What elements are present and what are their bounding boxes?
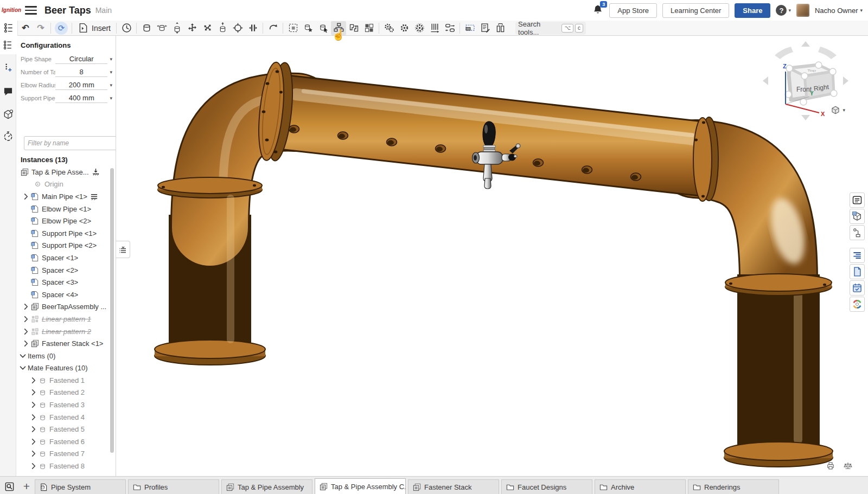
select-parts-button[interactable] <box>285 21 301 35</box>
tree-item-fastened-8[interactable]: Fastened 8 <box>16 460 116 472</box>
fastened-mate-button[interactable] <box>139 21 154 35</box>
tree-section-mate-features[interactable]: Mate Features (10) <box>16 362 116 375</box>
add-tab-button[interactable]: + <box>18 479 35 494</box>
chevron-right-icon[interactable] <box>31 463 36 469</box>
transfer-button[interactable] <box>346 21 361 35</box>
tab-profiles[interactable]: Profiles <box>128 479 219 494</box>
instance-tree-tab[interactable] <box>0 21 18 36</box>
tab-faucet-designs[interactable]: Faucet Designs <box>501 479 592 494</box>
tree-item-linear-pattern-2[interactable]: Linear pattern 2 <box>16 325 116 338</box>
replicate-button[interactable] <box>442 21 457 35</box>
tab-tap-pipe-assembly-c[interactable]: Tap & Pipe Assembly C... <box>315 478 406 494</box>
tree-item-origin[interactable]: Origin <box>16 178 116 191</box>
chevron-down-icon[interactable]: ▾ <box>110 69 112 75</box>
edit-in-context-button[interactable] <box>316 21 331 35</box>
instance-list-tab[interactable] <box>0 36 16 54</box>
tree-item-linear-pattern-1[interactable]: Linear pattern 1 <box>16 313 116 325</box>
tab-renderings[interactable]: Renderings <box>688 479 779 494</box>
chevron-right-icon[interactable] <box>31 402 36 408</box>
appearance-list-button[interactable] <box>850 248 865 263</box>
tree-item-spacer-2[interactable]: Spacer <2> <box>16 264 116 277</box>
tab-tap-pipe-assembly[interactable]: Tap & Pipe Assembly <box>221 479 312 494</box>
document-panel-button[interactable] <box>850 264 865 279</box>
tree-item-support-pipe-2[interactable]: Support Pipe <2> <box>16 240 116 252</box>
tree-item-fastened-5[interactable]: Fastened 5 <box>16 423 116 435</box>
notifications-bell-icon[interactable]: 3 <box>592 4 604 17</box>
tree-item-fastened-3[interactable]: Fastened 3 <box>16 399 116 411</box>
app-store-button[interactable]: App Store <box>609 3 657 18</box>
support-pipe-select[interactable]: 400 mm <box>55 94 107 103</box>
tree-item-fastened-1[interactable]: Fastened 1 <box>16 374 116 387</box>
chevron-right-icon[interactable] <box>31 426 36 432</box>
gears-button[interactable] <box>381 21 397 35</box>
lifecycle-panel-button[interactable] <box>850 297 865 312</box>
chevron-right-icon[interactable] <box>24 329 28 335</box>
sprocket-button[interactable] <box>412 21 427 35</box>
tree-item-spacer-4[interactable]: Spacer <4> <box>16 288 116 301</box>
chevron-down-icon[interactable]: ▾ <box>110 95 112 101</box>
help-menu[interactable]: ? ▾ <box>776 5 791 16</box>
tree-item-elbow-pipe-2[interactable]: Elbow Pipe <2> <box>16 215 116 227</box>
insert-item-tab[interactable] <box>0 59 16 77</box>
slider-mate-button[interactable] <box>169 21 184 35</box>
tree-section-items[interactable]: Items (0) <box>16 350 116 362</box>
undo-button[interactable]: ↶ <box>18 21 33 35</box>
chevron-right-icon[interactable] <box>31 389 36 395</box>
elbow-radius-select[interactable]: 200 mm <box>55 81 107 90</box>
user-menu[interactable]: Nacho Owner ▾ <box>815 7 863 15</box>
redo-button[interactable]: ↷ <box>33 21 48 35</box>
tree-scrollbar[interactable] <box>110 168 114 453</box>
tab-archive[interactable]: Archive <box>595 479 686 494</box>
chevron-down-icon[interactable]: ▾ <box>110 56 112 62</box>
tree-item-beertap-assembly[interactable]: BeerTapAssembly ... <box>16 301 116 313</box>
section-view-button[interactable] <box>462 21 477 35</box>
chevron-down-icon[interactable] <box>20 354 26 358</box>
pattern-button[interactable] <box>361 21 376 35</box>
workspace-name[interactable]: Main <box>95 6 112 15</box>
cylindrical-mate-button[interactable] <box>215 21 230 35</box>
chevron-right-icon[interactable] <box>24 341 28 347</box>
chevron-down-icon[interactable]: ▾ <box>110 82 112 88</box>
parallel-mate-button[interactable] <box>245 21 260 35</box>
tree-item-elbow-pipe-1[interactable]: Elbow Pipe <1> <box>16 203 116 215</box>
measure-button[interactable] <box>493 21 508 35</box>
insert-button[interactable]: Insert <box>74 22 114 34</box>
tree-item-fastened-7[interactable]: Fastened 7 <box>16 448 116 460</box>
share-button[interactable]: Share <box>735 3 770 18</box>
rotate-button[interactable] <box>265 21 280 35</box>
tree-item-main-pipe[interactable]: Main Pipe <1> <box>16 190 116 203</box>
chevron-right-icon[interactable] <box>31 439 36 445</box>
units-scale-icon[interactable] <box>843 461 853 471</box>
learning-center-button[interactable]: Learning Center <box>662 3 729 18</box>
tree-item-fastened-2[interactable]: Fastened 2 <box>16 387 116 399</box>
chevron-right-icon[interactable] <box>31 451 36 457</box>
feature-list-button[interactable] <box>850 193 865 208</box>
gear-relation-button[interactable] <box>397 21 412 35</box>
planar-mate-button[interactable] <box>184 21 200 35</box>
configuration-cube-button[interactable] <box>850 209 865 224</box>
tab-fastener-stack[interactable]: Fastener Stack <box>408 479 499 494</box>
tree-item-fastened-6[interactable]: Fastened 6 <box>16 435 116 448</box>
history-button[interactable] <box>119 21 134 35</box>
tab-search-button[interactable] <box>0 479 18 494</box>
user-avatar[interactable] <box>796 4 809 17</box>
timer-tab[interactable] <box>0 127 16 145</box>
filter-input[interactable] <box>24 136 116 150</box>
beer-tap-assembly-model[interactable] <box>117 36 868 476</box>
comment-tab[interactable] <box>0 82 16 101</box>
search-tools-input[interactable]: Search tools... ⌥ c <box>515 22 586 35</box>
derived-part-button[interactable] <box>850 225 865 240</box>
favorites-button[interactable] <box>301 21 316 35</box>
pipe-shape-select[interactable]: Circular <box>55 55 107 64</box>
pin-slot-mate-button[interactable] <box>230 21 245 35</box>
chevron-right-icon[interactable] <box>24 316 28 322</box>
3d-viewport[interactable]: Front Right Top Z X Y ▾ <box>117 36 868 476</box>
help-icon[interactable]: ? <box>776 5 787 16</box>
tree-item-spacer-3[interactable]: Spacer <3> <box>16 276 116 288</box>
panel-collapse-handle[interactable] <box>116 241 130 258</box>
export-icon[interactable] <box>826 461 835 471</box>
view-settings-button[interactable]: ▾ <box>831 105 845 115</box>
chevron-right-icon[interactable] <box>24 304 28 310</box>
tree-item-spacer-1[interactable]: Spacer <1> <box>16 252 116 264</box>
chevron-down-icon[interactable] <box>20 366 26 370</box>
